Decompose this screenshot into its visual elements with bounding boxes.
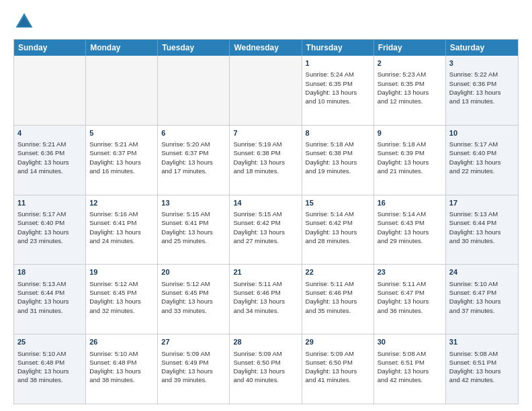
day-number: 26	[89, 337, 154, 347]
day-info-line: and 42 minutes.	[449, 375, 515, 384]
day-info-line: Sunrise: 5:09 AM	[233, 349, 298, 358]
day-info-line: Sunrise: 5:18 AM	[306, 140, 370, 148]
day-info-line: and 21 minutes.	[378, 167, 442, 175]
day-info-line: Daylight: 13 hours	[17, 228, 82, 236]
day-cell-17: 17Sunrise: 5:13 AMSunset: 6:44 PMDayligh…	[446, 195, 518, 265]
day-info-line: and 16 minutes.	[89, 167, 154, 175]
day-number: 2	[378, 58, 442, 68]
day-info-line: and 28 minutes.	[306, 236, 370, 245]
day-info-line: and 14 minutes.	[17, 167, 82, 175]
day-info-line: Sunrise: 5:09 AM	[306, 349, 370, 358]
day-info-line: Sunset: 6:49 PM	[161, 358, 226, 367]
day-info-line: Daylight: 13 hours	[449, 367, 515, 375]
page: SundayMondayTuesdayWednesdayThursdayFrid…	[0, 0, 532, 411]
day-info-line: Sunrise: 5:14 AM	[306, 210, 370, 218]
day-info-line: and 30 minutes.	[449, 236, 515, 245]
day-info-line: Daylight: 13 hours	[17, 297, 82, 306]
day-number: 13	[161, 198, 226, 208]
day-number: 27	[161, 337, 226, 347]
day-info-line: Daylight: 13 hours	[89, 367, 154, 375]
day-info-line: and 12 minutes.	[378, 97, 442, 105]
day-cell-3: 3Sunrise: 5:22 AMSunset: 6:36 PMDaylight…	[446, 56, 518, 125]
day-info-line: Sunset: 6:48 PM	[89, 358, 154, 367]
day-info-line: and 10 minutes.	[306, 97, 370, 105]
day-number: 29	[306, 337, 370, 347]
empty-cell-0-0	[14, 56, 86, 125]
day-info-line: Sunrise: 5:24 AM	[306, 70, 370, 79]
weekday-header-sunday: Sunday	[14, 40, 86, 56]
day-info-line: and 39 minutes.	[161, 375, 226, 384]
day-info-line: Sunset: 6:42 PM	[233, 218, 298, 227]
day-info-line: Sunset: 6:43 PM	[378, 218, 442, 227]
day-number: 31	[449, 337, 515, 347]
empty-cell-0-2	[158, 56, 230, 125]
logo	[13, 11, 39, 32]
day-cell-14: 14Sunrise: 5:15 AMSunset: 6:42 PMDayligh…	[230, 195, 302, 265]
day-info-line: and 13 minutes.	[449, 97, 515, 105]
day-info-line: Sunset: 6:50 PM	[233, 358, 298, 367]
day-info-line: Daylight: 13 hours	[306, 367, 370, 375]
day-info-line: Sunset: 6:44 PM	[449, 218, 515, 227]
day-info-line: Sunset: 6:41 PM	[89, 218, 154, 227]
calendar-body: 1Sunrise: 5:24 AMSunset: 6:35 PMDaylight…	[14, 56, 518, 404]
day-number: 11	[17, 198, 82, 208]
calendar-row-4: 25Sunrise: 5:10 AMSunset: 6:48 PMDayligh…	[14, 334, 518, 404]
day-info-line: and 27 minutes.	[233, 236, 298, 245]
calendar-row-0: 1Sunrise: 5:24 AMSunset: 6:35 PMDaylight…	[14, 56, 518, 125]
day-cell-29: 29Sunrise: 5:09 AMSunset: 6:50 PMDayligh…	[302, 334, 374, 404]
day-info-line: Sunrise: 5:08 AM	[449, 349, 515, 358]
day-info-line: Sunrise: 5:12 AM	[89, 279, 154, 288]
day-info-line: Daylight: 13 hours	[378, 158, 442, 167]
empty-cell-0-1	[86, 56, 158, 125]
day-info-line: and 18 minutes.	[233, 167, 298, 175]
day-number: 15	[306, 198, 370, 208]
day-info-line: Daylight: 13 hours	[17, 367, 82, 375]
day-info-line: Daylight: 13 hours	[449, 297, 515, 306]
day-cell-15: 15Sunrise: 5:14 AMSunset: 6:42 PMDayligh…	[302, 195, 374, 265]
day-number: 8	[306, 128, 370, 138]
day-cell-4: 4Sunrise: 5:21 AMSunset: 6:36 PMDaylight…	[14, 126, 86, 195]
day-info-line: Daylight: 13 hours	[161, 158, 226, 167]
day-info-line: and 25 minutes.	[161, 236, 226, 245]
day-cell-5: 5Sunrise: 5:21 AMSunset: 6:37 PMDaylight…	[86, 126, 158, 195]
day-info-line: Daylight: 13 hours	[306, 158, 370, 167]
day-cell-10: 10Sunrise: 5:17 AMSunset: 6:40 PMDayligh…	[446, 126, 518, 195]
day-cell-2: 2Sunrise: 5:23 AMSunset: 6:35 PMDaylight…	[374, 56, 446, 125]
day-cell-18: 18Sunrise: 5:13 AMSunset: 6:44 PMDayligh…	[14, 265, 86, 334]
day-number: 6	[161, 128, 226, 138]
day-info-line: Sunset: 6:47 PM	[449, 288, 515, 297]
day-info-line: Sunset: 6:35 PM	[378, 79, 442, 88]
day-info-line: and 32 minutes.	[89, 306, 154, 315]
day-info-line: Sunset: 6:36 PM	[449, 79, 515, 88]
day-cell-13: 13Sunrise: 5:15 AMSunset: 6:41 PMDayligh…	[158, 195, 230, 265]
day-info-line: and 38 minutes.	[17, 375, 82, 384]
day-info-line: Daylight: 13 hours	[449, 158, 515, 167]
day-cell-21: 21Sunrise: 5:11 AMSunset: 6:46 PMDayligh…	[230, 265, 302, 334]
day-cell-31: 31Sunrise: 5:08 AMSunset: 6:51 PMDayligh…	[446, 334, 518, 404]
day-info-line: and 38 minutes.	[89, 375, 154, 384]
weekday-header-thursday: Thursday	[302, 40, 374, 56]
day-info-line: Daylight: 13 hours	[449, 228, 515, 236]
day-info-line: Sunset: 6:46 PM	[233, 288, 298, 297]
day-cell-26: 26Sunrise: 5:10 AMSunset: 6:48 PMDayligh…	[86, 334, 158, 404]
day-info-line: Sunset: 6:39 PM	[378, 148, 442, 157]
day-info-line: Sunset: 6:38 PM	[306, 148, 370, 157]
weekday-header-saturday: Saturday	[446, 40, 518, 56]
day-number: 1	[306, 58, 370, 68]
day-info-line: Daylight: 13 hours	[449, 88, 515, 97]
day-info-line: Sunset: 6:42 PM	[306, 218, 370, 227]
day-cell-25: 25Sunrise: 5:10 AMSunset: 6:48 PMDayligh…	[14, 334, 86, 404]
day-cell-8: 8Sunrise: 5:18 AMSunset: 6:38 PMDaylight…	[302, 126, 374, 195]
day-info-line: Daylight: 13 hours	[233, 297, 298, 306]
day-info-line: Daylight: 13 hours	[233, 367, 298, 375]
day-info-line: Sunrise: 5:15 AM	[233, 210, 298, 218]
day-info-line: Sunrise: 5:14 AM	[378, 210, 442, 218]
day-info-line: Sunset: 6:45 PM	[89, 288, 154, 297]
day-number: 4	[17, 128, 82, 138]
weekday-header-tuesday: Tuesday	[158, 40, 230, 56]
day-info-line: Sunrise: 5:21 AM	[17, 140, 82, 148]
day-info-line: and 23 minutes.	[17, 236, 82, 245]
day-info-line: Daylight: 13 hours	[233, 158, 298, 167]
day-cell-11: 11Sunrise: 5:17 AMSunset: 6:40 PMDayligh…	[14, 195, 86, 265]
day-info-line: Sunset: 6:41 PM	[161, 218, 226, 227]
